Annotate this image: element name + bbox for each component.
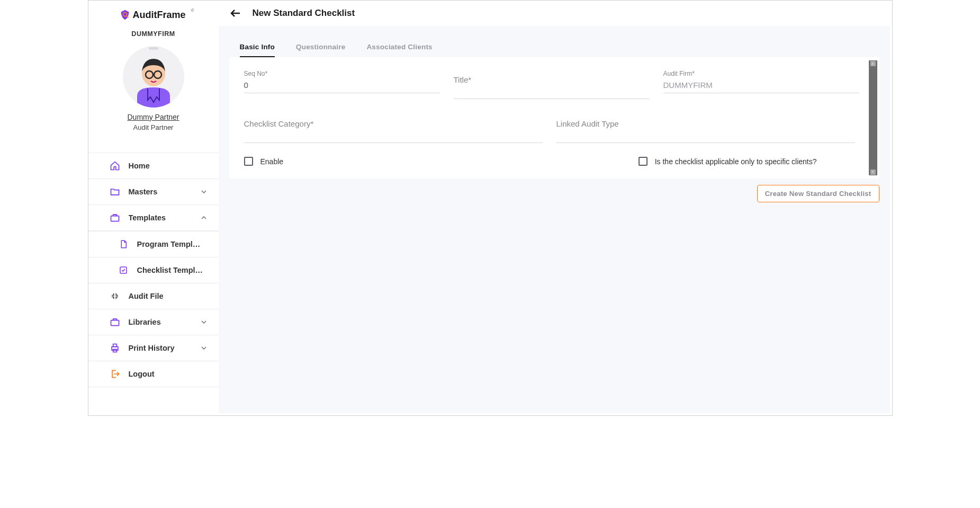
nav-audit-file[interactable]: Audit File <box>88 283 219 309</box>
field-seq-no: Seq No* <box>244 70 440 99</box>
scroll-down-icon: ▾ <box>870 170 876 175</box>
brand-name: AuditFrame <box>133 10 186 21</box>
nav-masters[interactable]: Masters <box>88 179 219 205</box>
library-icon <box>110 317 120 327</box>
nav-templates[interactable]: Templates <box>88 205 219 231</box>
tab-questionnaire[interactable]: Questionnaire <box>296 40 345 57</box>
nav-home[interactable]: Home <box>88 153 219 179</box>
nav-program-templates-label: Program Templ… <box>137 240 211 248</box>
field-audit-firm: Audit Firm* <box>663 70 859 99</box>
specific-clients-checkbox[interactable] <box>639 157 648 166</box>
print-icon <box>110 343 120 353</box>
form-card: ▴ ▾ Seq No* Title* Audit Firm* <box>229 57 879 179</box>
tab-basic-info[interactable]: Basic Info <box>240 40 275 57</box>
nav-home-label: Home <box>129 162 211 170</box>
back-button[interactable] <box>229 7 242 20</box>
field-checklist-category: Checklist Category* <box>244 114 543 143</box>
avatar <box>123 46 184 108</box>
document-icon <box>118 239 129 249</box>
checklist-icon <box>118 265 129 275</box>
nav-templates-label: Templates <box>129 213 191 222</box>
svg-rect-10 <box>113 344 116 347</box>
svg-rect-7 <box>120 267 127 273</box>
content-area: Basic Info Questionnaire Associated Clie… <box>219 26 890 413</box>
chevron-down-icon <box>200 318 208 326</box>
seq-no-input[interactable] <box>244 78 440 93</box>
chevron-down-icon <box>200 344 208 352</box>
enable-label: Enable <box>260 157 284 166</box>
checkbox-row: Enable Is the checklist applicable only … <box>244 154 865 166</box>
nav-checklist-templates[interactable]: Checklist Templ… <box>88 257 219 283</box>
brand-icon <box>119 9 131 21</box>
nav-print-history-label: Print History <box>129 344 191 352</box>
enable-checkbox-group[interactable]: Enable <box>244 157 284 166</box>
chevron-down-icon <box>200 188 208 196</box>
nav-masters-label: Masters <box>129 188 191 196</box>
nav: Home Masters Templates <box>88 142 219 387</box>
main: New Standard Checklist Basic Info Questi… <box>219 1 892 415</box>
sidebar: AuditFrame © DUMMYFIRM Dummy Partner <box>88 1 219 415</box>
nav-libraries-label: Libraries <box>129 318 191 326</box>
nav-checklist-templates-label: Checklist Templ… <box>137 266 211 274</box>
linked-audit-type-input[interactable] <box>556 128 855 143</box>
scroll-up-icon: ▴ <box>870 61 876 66</box>
user-name[interactable]: Dummy Partner <box>127 113 179 121</box>
title-input[interactable] <box>454 84 650 99</box>
app-root: AuditFrame © DUMMYFIRM Dummy Partner <box>88 0 893 416</box>
tabs: Basic Info Questionnaire Associated Clie… <box>229 26 879 57</box>
checklist-category-input[interactable] <box>244 128 543 143</box>
action-row: Create New Standard Checklist <box>229 179 879 202</box>
topbar: New Standard Checklist <box>219 1 892 26</box>
svg-rect-8 <box>111 320 119 326</box>
specific-clients-checkbox-group[interactable]: Is the checklist applicable only to spec… <box>639 157 817 166</box>
firm-name: DUMMYFIRM <box>131 30 175 38</box>
audit-firm-label: Audit Firm* <box>663 70 859 77</box>
arrow-left-icon <box>229 7 242 20</box>
form-row-1: Seq No* Title* Audit Firm* <box>244 70 865 99</box>
page-title: New Standard Checklist <box>253 8 355 19</box>
brand-trademark-icon: © <box>191 8 194 13</box>
briefcase-icon <box>110 212 120 223</box>
nav-audit-file-label: Audit File <box>129 292 211 300</box>
svg-rect-6 <box>111 216 119 221</box>
form-scrollbar[interactable]: ▴ ▾ <box>869 60 877 175</box>
logout-icon <box>110 369 120 379</box>
avatar-handle-icon <box>149 47 158 50</box>
enable-checkbox[interactable] <box>244 157 253 166</box>
form-row-2: Checklist Category* Linked Audit Type <box>244 114 865 143</box>
field-title: Title* <box>454 70 650 99</box>
firm-section: DUMMYFIRM Dummy Partner Audit Partner <box>88 26 219 142</box>
folder-icon <box>110 186 120 197</box>
nav-logout-label: Logout <box>129 370 211 378</box>
audit-firm-input[interactable] <box>663 78 859 93</box>
nav-logout[interactable]: Logout <box>88 361 219 387</box>
specific-clients-label: Is the checklist applicable only to spec… <box>655 157 817 166</box>
tab-associated-clients[interactable]: Associated Clients <box>366 40 432 57</box>
create-button[interactable]: Create New Standard Checklist <box>757 185 879 202</box>
seq-no-label: Seq No* <box>244 70 440 77</box>
nav-templates-sub: Program Templ… Checklist Templ… <box>88 231 219 283</box>
nav-program-templates[interactable]: Program Templ… <box>88 231 219 257</box>
user-role: Audit Partner <box>133 123 174 131</box>
chevron-up-icon <box>200 213 208 222</box>
home-icon <box>110 161 120 171</box>
field-linked-audit-type: Linked Audit Type <box>556 114 855 143</box>
nav-libraries[interactable]: Libraries <box>88 309 219 335</box>
collapse-icon <box>110 291 120 301</box>
avatar-figure-icon <box>131 55 176 108</box>
nav-print-history[interactable]: Print History <box>88 335 219 361</box>
brand-logo: AuditFrame © <box>88 6 219 26</box>
